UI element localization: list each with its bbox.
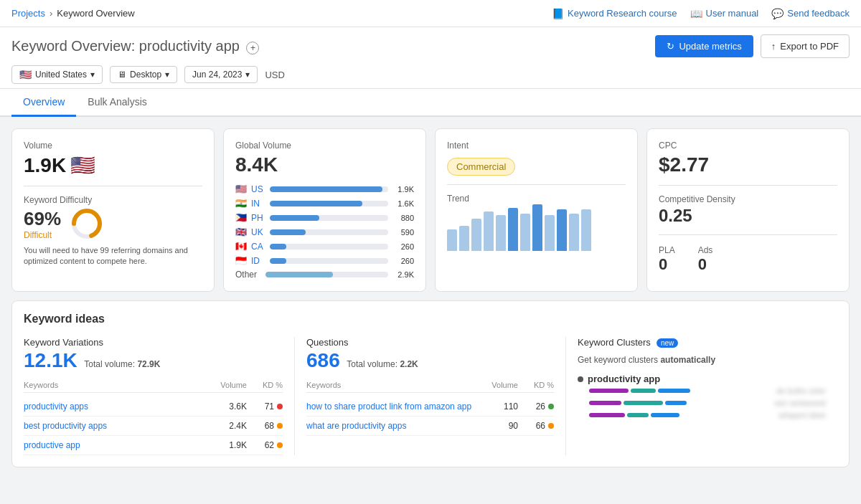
kd-difficulty: Difficult [24,230,61,240]
country-ca[interactable]: CA [251,242,265,252]
pla-ads-row: PLA 0 Ads 0 [659,245,837,274]
us-flag-small: 🇺🇸 [70,153,95,177]
bar-row-ph: 🇵🇭 PH 880 [235,212,414,223]
tab-overview[interactable]: Overview [11,89,76,117]
cpc-label: CPC [659,141,837,151]
pla-value: 0 [659,255,675,274]
cluster-main-kw: productivity app [578,374,826,384]
breadcrumb-projects[interactable]: Projects [11,8,45,19]
breadcrumb-current: Keyword Overview [57,8,134,19]
breadcrumb: Projects › Keyword Overview [11,8,135,19]
tab-bulk-analysis[interactable]: Bulk Analysis [76,89,158,117]
kv-kw-2[interactable]: best productivity apps [24,421,204,431]
id-val: 260 [392,257,414,265]
cluster-kw-main: productivity app [588,374,660,384]
kd-value: 69% Difficult [24,206,202,241]
q-count[interactable]: 686 [306,349,340,371]
keyword-variations-col: Keyword Variations 12.1K Total volume: 7… [24,337,295,455]
kv-row-1: productivity apps 3.6K 71 [24,397,283,417]
page-title-area: Keyword Overview: productivity app + [11,38,259,54]
top-navigation: Projects › Keyword Overview 📘 Keyword Re… [0,0,861,27]
book-icon: 📘 [552,8,564,19]
kv-title: Keyword Variations [24,337,283,348]
clusters-title-row: Keyword Clusters new [578,337,826,349]
in-flag: 🇮🇳 [235,198,247,209]
global-volume-value: 8.4K [235,153,414,176]
filter-bar: 🇺🇸 United States ▾ 🖥 Desktop ▾ Jun 24, 2… [11,65,850,88]
uk-val: 590 [392,228,414,237]
uk-flag: 🇬🇧 [235,227,247,237]
country-ph[interactable]: PH [251,213,265,223]
bar-row-us: 🇺🇸 US 1.9K [235,184,414,194]
user-manual-link[interactable]: 📖 User manual [690,8,759,19]
q-kw-2[interactable]: what are productivity apps [306,421,475,431]
cluster-text-1: de buths seier [776,386,826,395]
kd-ring-chart [70,206,104,241]
main-tabs: Overview Bulk Analysis [0,89,861,117]
bar-row-id: 🇮🇩 ID 260 [235,255,414,266]
country-us[interactable]: US [251,184,265,194]
country-filter[interactable]: 🇺🇸 United States ▾ [11,65,103,84]
q-total: Total volume: 2.2K [347,359,418,369]
header-actions: ↻ Update metrics ↑ Export to PDF [655,34,850,58]
trend-bar-9 [545,215,555,251]
trend-bar-5 [496,215,506,251]
kd-section: Keyword Difficulty 69% Difficult You wi [24,195,202,267]
country-in[interactable]: IN [251,199,265,209]
trend-chart [447,208,626,251]
ph-flag: 🇵🇭 [235,212,247,223]
cpc-value: $2.77 [659,153,837,176]
cluster-note: Get keyword clusters automatically [578,353,826,366]
feedback-icon: 💬 [771,8,784,19]
trend-label: Trend [447,194,626,204]
ads-label: Ads [698,245,713,255]
bar-row-in: 🇮🇳 IN 1.6K [235,198,414,209]
refresh-icon: ↻ [667,41,674,52]
intent-badge: Commercial [447,158,515,176]
country-uk[interactable]: UK [251,227,265,237]
country-id[interactable]: ID [251,256,265,266]
kv-vol-3: 1.9K [204,440,247,450]
chevron-down-icon: ▾ [90,70,95,80]
volume-card: Volume 1.9K 🇺🇸 Keyword Difficulty 69% Di… [11,128,215,292]
export-pdf-button[interactable]: ↑ Export to PDF [761,34,850,58]
bar-row-uk: 🇬🇧 UK 590 [235,227,414,237]
ph-val: 880 [392,214,414,222]
manual-icon: 📖 [690,8,702,19]
q-title: Questions [306,337,554,348]
kv-count[interactable]: 12.1K [24,349,77,371]
send-feedback-link[interactable]: 💬 Send feedback [771,8,850,19]
q-kw-1[interactable]: how to share product link from amazon ap… [306,401,475,412]
kv-kw-1[interactable]: productivity apps [24,401,204,412]
kv-count-row: 12.1K Total volume: 72.9K [24,349,283,372]
trend-bar-8 [532,204,542,251]
kv-kd-2: 68 [247,421,283,431]
desktop-icon: 🖥 [118,70,126,80]
kv-vol-2: 2.4K [204,421,247,431]
currency-label: USD [265,70,284,80]
us-flag-icon: 🇺🇸 [19,69,32,80]
us-val: 1.9K [392,185,414,194]
date-filter[interactable]: Jun 24, 2023 ▾ [184,66,258,83]
q-kd-2: 66 [518,421,554,431]
add-keyword-button[interactable]: + [246,42,259,54]
device-filter[interactable]: 🖥 Desktop ▾ [110,66,177,83]
kv-kd-1: 71 [247,401,283,412]
cluster-bar-row-1: de buths seier [578,386,826,395]
clusters-col: Keyword Clusters new Get keyword cluster… [566,337,837,455]
intent-trend-card: Intent Commercial Trend [435,128,638,292]
kv-table-header: Keywords Volume KD % [24,381,283,393]
chevron-down-icon: ▾ [165,70,169,80]
trend-bar-7 [520,214,530,251]
cluster-bar-row-2: wer serkaseed [578,399,826,407]
update-metrics-button[interactable]: ↻ Update metrics [655,35,753,57]
pla-item: PLA 0 [659,245,675,274]
global-volume-label: Global Volume [235,141,414,151]
kv-kw-3[interactable]: productive app [24,440,204,450]
ki-columns: Keyword Variations 12.1K Total volume: 7… [24,337,837,455]
metrics-row: Volume 1.9K 🇺🇸 Keyword Difficulty 69% Di… [11,128,850,292]
kv-total: Total volume: 72.9K [84,359,160,369]
q-table-header: Keywords Volume KD % [306,381,554,393]
trend-bar-2 [459,226,469,251]
keyword-course-link[interactable]: 📘 Keyword Research course [552,8,677,19]
